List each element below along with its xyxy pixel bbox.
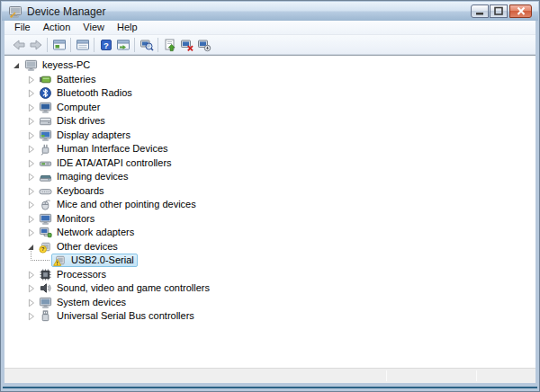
sound-icon (39, 281, 53, 295)
tree-item-content[interactable]: Imaging devices (37, 170, 132, 183)
tree-row-computer[interactable]: Computer (25, 101, 536, 115)
tree-item-content[interactable]: Sound, video and game controllers (37, 281, 213, 295)
svg-text:?: ? (104, 40, 109, 49)
tree-item-content[interactable]: Human Interface Devices (37, 142, 172, 156)
expand-arrow-icon[interactable] (25, 296, 37, 309)
tree-row-system-devices[interactable]: System devices (25, 296, 536, 310)
collapse-arrow-icon[interactable] (11, 58, 22, 72)
tree-item-label: Keyboards (57, 184, 104, 198)
tree-item-label: Other devices (57, 240, 118, 254)
expand-arrow-icon[interactable] (25, 170, 37, 183)
titlebar[interactable]: Device Manager (2, 2, 538, 21)
expand-arrow-icon[interactable] (25, 86, 37, 100)
expand-arrow-icon[interactable] (25, 212, 37, 226)
tree-item-content[interactable]: System devices (37, 296, 130, 309)
processor-icon (39, 268, 53, 281)
tree-row-usb2-0-serial[interactable]: USB2.0-Serial (40, 254, 536, 268)
tree-item-content[interactable]: IDE ATA/ATAPI controllers (37, 156, 176, 170)
tree-item-content[interactable]: Processors (37, 268, 110, 281)
forward-icon (29, 38, 43, 52)
selected-tree-item[interactable]: USB2.0-Serial (51, 254, 138, 267)
tree-item-label: Network adapters (57, 226, 134, 239)
tree-row-network-adapters[interactable]: Network adapters (25, 226, 536, 240)
tree-row-other-devices[interactable]: ?Other devices (25, 240, 536, 254)
tree-row-monitors[interactable]: Monitors (25, 212, 536, 227)
tree-row-processors[interactable]: Processors (25, 268, 536, 282)
expand-arrow-icon[interactable] (25, 268, 37, 281)
expand-arrow-icon[interactable] (25, 198, 37, 211)
disable-button[interactable] (195, 36, 212, 53)
expand-arrow-icon[interactable] (25, 114, 37, 128)
back-icon (12, 38, 26, 52)
tree-item-content[interactable]: ?Other devices (37, 240, 122, 254)
menu-file[interactable]: File (8, 21, 37, 34)
scan-hardware-changes-button[interactable] (138, 36, 155, 53)
tree-item-content[interactable]: Universal Serial Bus controllers (37, 309, 198, 323)
tree-item-content[interactable]: Batteries (37, 73, 99, 86)
tree-item-content[interactable]: Display adapters (37, 129, 134, 142)
mouse-icon (39, 198, 53, 211)
tree-item-label: Sound, video and game controllers (57, 281, 210, 295)
tree-item-content[interactable]: Monitors (37, 212, 98, 226)
minimize-button[interactable] (471, 4, 489, 18)
expand-arrow-icon[interactable] (25, 73, 37, 86)
expand-arrow-icon[interactable] (25, 142, 37, 156)
tree-row-mice-and-other-pointing-devices[interactable]: Mice and other pointing devices (25, 198, 536, 212)
tree-row-disk-drives[interactable]: Disk drives (25, 114, 536, 129)
menu-help[interactable]: Help (111, 21, 144, 34)
expand-arrow-icon[interactable] (25, 129, 37, 142)
tree-item-label: keyess-PC (42, 58, 90, 72)
tree-item-content[interactable]: Computer (37, 101, 104, 114)
tree-item-content[interactable]: Network adapters (37, 226, 138, 239)
expand-arrow-icon[interactable] (25, 309, 37, 323)
tree-row-human-interface-devices[interactable]: Human Interface Devices (25, 142, 536, 156)
statusbar-divider (476, 370, 477, 381)
properties-button[interactable] (74, 36, 91, 53)
help-button[interactable]: ? (97, 36, 114, 53)
device-tree[interactable]: keyess-PCBatteriesBluetooth RadiosComput… (4, 55, 536, 368)
tree-item-content[interactable]: Bluetooth Radios (37, 86, 136, 100)
expand-arrow-icon[interactable] (25, 101, 37, 114)
tree-item-label: Monitors (57, 212, 94, 226)
tree-row-keyboards[interactable]: Keyboards (25, 184, 536, 199)
maximize-button[interactable] (490, 4, 508, 18)
tree-row-bluetooth-radios[interactable]: Bluetooth Radios (25, 86, 536, 101)
tree-item-content[interactable]: keyess-PC (22, 58, 94, 72)
statusbar-divider (386, 370, 387, 381)
toolbar: ? (4, 35, 536, 55)
expand-arrow-icon[interactable] (25, 156, 37, 170)
tree-row-ide-ata-atapi-controllers[interactable]: IDE ATA/ATAPI controllers (25, 156, 536, 171)
status-bar (4, 368, 536, 383)
back-button[interactable] (10, 36, 27, 53)
toolbar-separator (134, 38, 135, 52)
tree-row-universal-serial-bus-controllers[interactable]: Universal Serial Bus controllers (25, 309, 536, 324)
toolbar-separator (158, 38, 158, 52)
tree-item-content[interactable]: Disk drives (37, 114, 109, 128)
tree-item-label: System devices (57, 296, 126, 309)
tree-row-keyess-pc[interactable]: keyess-PC (11, 58, 536, 73)
menu-view[interactable]: View (76, 21, 111, 34)
disk-drive-icon (39, 114, 53, 128)
new-window-button[interactable] (114, 36, 131, 53)
close-icon (514, 6, 528, 16)
minimize-icon (472, 6, 487, 16)
update-driver-button[interactable] (161, 36, 178, 53)
expand-arrow-icon[interactable] (25, 184, 37, 198)
new-window-icon (116, 38, 130, 52)
tree-item-label: Bluetooth Radios (57, 86, 132, 100)
tree-row-batteries[interactable]: Batteries (25, 73, 536, 87)
tree-item-label: USB2.0-Serial (71, 254, 134, 267)
tree-row-imaging-devices[interactable]: Imaging devices (25, 170, 536, 184)
tree-item-content[interactable]: Keyboards (37, 184, 108, 198)
menu-action[interactable]: Action (37, 21, 77, 34)
expand-arrow-icon[interactable] (25, 226, 37, 239)
toolbar-separator (94, 38, 94, 52)
forward-button[interactable] (27, 36, 44, 53)
tree-item-content[interactable]: Mice and other pointing devices (37, 198, 200, 211)
uninstall-button[interactable] (178, 36, 195, 53)
expand-arrow-icon[interactable] (25, 281, 37, 295)
tree-row-display-adapters[interactable]: Display adapters (25, 129, 536, 143)
show-console-tree-button[interactable] (50, 36, 68, 53)
tree-row-sound-video-and-game-controllers[interactable]: Sound, video and game controllers (25, 281, 536, 296)
close-button[interactable] (509, 4, 532, 18)
